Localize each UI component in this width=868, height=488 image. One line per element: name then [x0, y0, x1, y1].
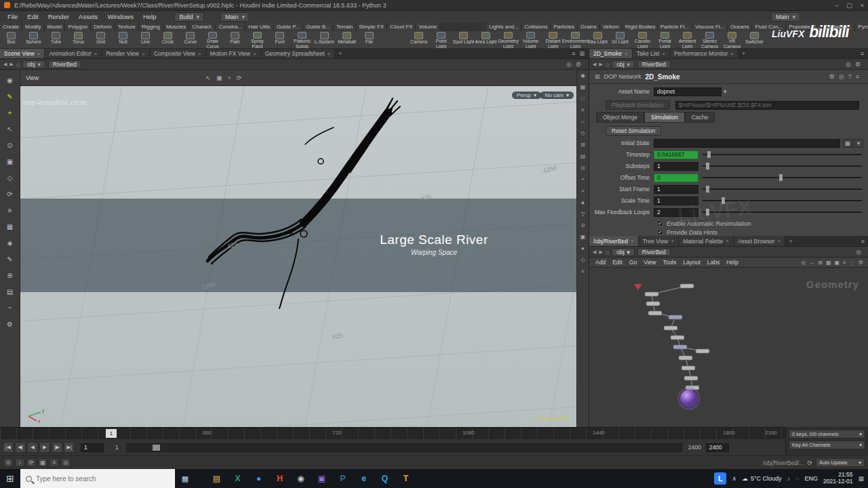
shelf-tool[interactable]: Sphere: [22, 31, 45, 48]
shelf-tab[interactable]: Guide B...: [303, 22, 334, 31]
shelf-tool[interactable]: Line: [134, 31, 157, 48]
shelf-tab[interactable]: Rigid Bodies: [623, 22, 658, 31]
parameter-tab[interactable]: Object Merge: [596, 112, 644, 123]
gear-icon[interactable]: ⚙: [576, 61, 581, 68]
display-option-icon[interactable]: ⊙: [580, 222, 585, 228]
pane-tab[interactable]: Performance Monitor×: [670, 49, 738, 58]
shelf-tab[interactable]: Volume: [416, 22, 440, 31]
shelf-tool[interactable]: Caustic Light: [631, 31, 654, 48]
timeline-ruler[interactable]: 360 720 1080 1440 1800 2160 1: [0, 427, 868, 439]
network-icon[interactable]: ◌: [795, 475, 799, 482]
desktop-selector[interactable]: Build▾: [174, 12, 204, 22]
path-context[interactable]: obj▾: [612, 60, 635, 68]
key-all-channels-button[interactable]: Key All Channels▾: [789, 441, 865, 449]
network-graph[interactable]: Geometry: [589, 268, 868, 426]
pane-tab[interactable]: Material Palette×: [679, 236, 734, 246]
shelf-tab[interactable]: Guide P...: [274, 22, 304, 31]
viewport-tool-icon[interactable]: ⚙: [4, 319, 16, 329]
playbar-option-icon[interactable]: ▦: [38, 458, 47, 467]
network-tool-icon[interactable]: ⋮: [850, 260, 855, 266]
taskbar-app-icon[interactable]: ◉: [290, 469, 311, 488]
pane-tab[interactable]: Motion FX View×: [206, 49, 261, 58]
shelf-tool[interactable]: Curve: [179, 31, 201, 48]
shelf-tool[interactable]: Platonic Solids: [291, 31, 313, 48]
transport-button[interactable]: ▶|: [64, 442, 75, 453]
display-option-icon[interactable]: ●: [581, 245, 585, 251]
shelf-tool[interactable]: Path: [224, 31, 246, 48]
viewport-tool-icon[interactable]: ↖: [4, 124, 16, 134]
pin-icon[interactable]: ◎: [566, 61, 572, 68]
close-icon[interactable]: ×: [328, 51, 331, 57]
new-tab-button[interactable]: +: [785, 236, 795, 246]
gear-icon[interactable]: ⚙: [855, 61, 861, 68]
substeps-slider[interactable]: [703, 165, 862, 167]
playback-simulation-button[interactable]: Playback Simulation: [606, 100, 670, 110]
search-input[interactable]: [36, 475, 151, 483]
shelf-tab[interactable]: Cloud FX: [387, 22, 416, 31]
shelf-tab[interactable]: Particles: [551, 22, 578, 31]
start-frame-field[interactable]: 1: [654, 185, 698, 194]
path-context[interactable]: obj▾: [22, 60, 45, 68]
pane-tab[interactable]: Render View×: [102, 49, 149, 58]
shelf-tool[interactable]: Distant Light: [542, 31, 564, 48]
refresh-icon[interactable]: ⟳: [807, 460, 812, 466]
network-tool-icon[interactable]: ◎: [801, 260, 806, 266]
header-tool-icon[interactable]: ◎: [839, 73, 844, 80]
close-icon[interactable]: ×: [662, 51, 665, 57]
volume-icon[interactable]: ♪: [787, 475, 791, 482]
viewport-tool-icon[interactable]: +: [4, 108, 16, 118]
task-view-icon[interactable]: ▦: [175, 469, 195, 488]
shelf-tool[interactable]: Grid: [90, 31, 112, 48]
pane-split-icon[interactable]: ≡: [861, 238, 865, 245]
viewport-tool-icon[interactable]: ⊙: [4, 140, 16, 150]
home-icon[interactable]: ⌂: [606, 249, 609, 256]
pane-maximize-icon[interactable]: ⊞: [579, 50, 585, 57]
taskbar-app-icon[interactable]: ●: [248, 469, 269, 488]
offset-time-slider[interactable]: [703, 177, 862, 178]
playhead[interactable]: 1: [106, 429, 117, 438]
shelf-tab[interactable]: Rigging: [139, 22, 163, 31]
display-option-icon[interactable]: ≡: [581, 268, 585, 274]
header-tool-icon[interactable]: ⚙: [829, 73, 835, 80]
home-icon[interactable]: ⌂: [606, 61, 609, 68]
pane-tab[interactable]: Tree View×: [639, 236, 679, 246]
display-option-icon[interactable]: ◎: [580, 165, 585, 171]
playbar-option-icon[interactable]: ⟳: [26, 458, 36, 467]
pane-tab[interactable]: Take List×: [633, 49, 670, 58]
shelf-tool[interactable]: Metaball: [336, 31, 358, 48]
viewport-tool-icon[interactable]: ✎: [4, 92, 16, 102]
close-icon[interactable]: ×: [625, 51, 628, 57]
shelf-tool[interactable]: Volume Light: [519, 31, 542, 48]
forward-icon[interactable]: ▶: [9, 62, 13, 67]
frame-range-slider[interactable]: [126, 443, 682, 452]
header-tool-icon[interactable]: ?: [848, 73, 852, 80]
shelf-tool[interactable]: Point Light: [430, 31, 452, 48]
home-icon[interactable]: ⌂: [16, 61, 20, 68]
shelf-tab[interactable]: Grains: [578, 22, 600, 31]
minimize-button[interactable]: –: [835, 2, 838, 9]
main-selector[interactable]: Main▾: [220, 12, 250, 22]
forward-icon[interactable]: ▶: [599, 62, 602, 67]
close-icon[interactable]: ×: [253, 51, 256, 57]
taskbar-app-icon[interactable]: Q: [374, 469, 395, 488]
network-menu-item[interactable]: Layout: [679, 259, 704, 266]
network-tool-icon[interactable]: ▦: [826, 260, 831, 266]
network-tool-icon[interactable]: ⚙: [859, 260, 863, 266]
display-option-icon[interactable]: ◉: [580, 73, 585, 79]
view-menu[interactable]: View: [26, 75, 39, 81]
viewport-tool-icon[interactable]: ⊕: [4, 270, 16, 281]
playbar-option-icon[interactable]: ⊙: [3, 458, 13, 467]
menu-item[interactable]: Windows: [102, 12, 138, 21]
display-option-icon[interactable]: ▦: [580, 84, 586, 90]
display-option-icon[interactable]: ▤: [580, 153, 586, 159]
back-icon[interactable]: ◀: [3, 62, 7, 67]
clock[interactable]: 21:55 2021-12-01: [823, 472, 852, 485]
hidden-icons-chevron[interactable]: ∧: [732, 475, 736, 482]
shelf-tab[interactable]: Modify: [22, 22, 45, 31]
shelf-tab[interactable]: Vellum: [600, 22, 623, 31]
shelf-tab[interactable]: Create: [0, 22, 22, 31]
viewport-tool-icon[interactable]: ≡: [4, 205, 16, 216]
shelf-tab[interactable]: Viscous Fl...: [692, 22, 728, 31]
viewport-tool-icon[interactable]: ⟳: [4, 189, 16, 199]
viewport-mode-icon[interactable]: +: [227, 75, 231, 81]
